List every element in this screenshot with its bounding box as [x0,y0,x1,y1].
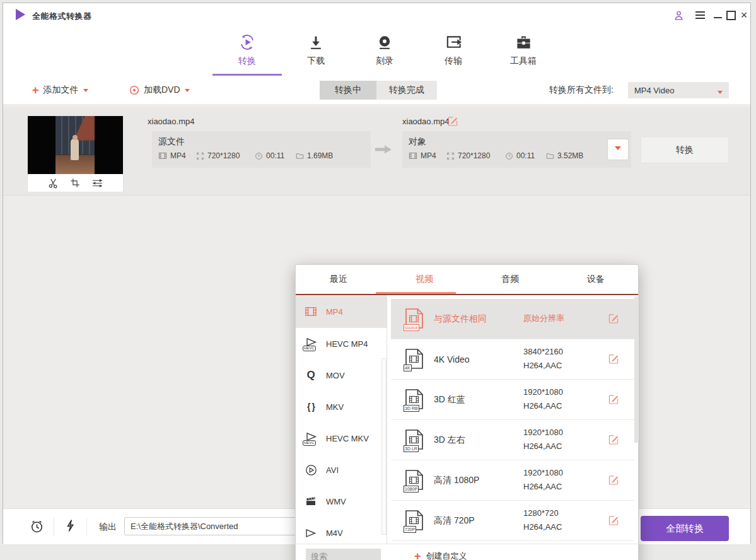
preset-row-3d-rb[interactable]: 3D RB 3D 红蓝 1920*1080 H264,AAC [391,380,634,420]
search-input[interactable] [306,549,381,560]
trim-scissors-icon[interactable] [48,178,59,189]
preset-row-4k[interactable]: 4K 4K Video 3840*2160 H264,AAC [391,339,634,380]
preset-row-3d-lr[interactable]: 3D LR 3D 左右 1920*1080 H264,AAC [391,420,634,460]
popup-footer: + 创建自定义 [296,544,638,560]
folder-icon [546,152,554,160]
hevc-play-icon: HEVC [304,337,318,350]
add-file-button[interactable]: + 添加文件 [32,84,88,96]
resolution-icon [196,152,204,160]
format-item-wmv[interactable]: WMV [296,486,387,517]
tab-finished[interactable]: 转换完成 [376,81,437,100]
tab-burn-label: 刻录 [376,55,393,67]
crop-icon[interactable] [70,178,80,188]
finished-label: 转换完成 [389,85,424,96]
tab-convert[interactable]: 转换 [221,33,274,70]
schedule-alarm-icon[interactable] [30,519,44,534]
effects-sliders-icon[interactable] [91,178,103,188]
film-icon [409,151,417,160]
rename-edit-icon[interactable] [448,115,458,126]
format-picker-button[interactable] [607,139,629,160]
close-button[interactable]: × [737,9,751,21]
convert-button[interactable]: 转换 [641,137,729,163]
target-format: MP4 [409,151,436,160]
popup-tab-audio[interactable]: 音频 [467,265,553,294]
preset-edit-icon[interactable] [608,515,619,525]
popup-tab-recent[interactable]: 最近 [296,265,381,294]
preset-row-same-as-source[interactable]: source 与源文件相同 原始分辨率 [391,299,634,339]
source-format: MP4 [158,151,186,160]
format-item-hevc-mkv[interactable]: HEVC HEVC MKV [296,423,387,454]
convert-all-to-label: 转换所有文件到: [549,85,614,96]
tab-toolbox-label: 工具箱 [510,55,537,67]
source-resolution: 720*1280 [196,151,240,160]
source-filename: xiaodao.mp4 [148,117,194,126]
format-list: MP4 HEVC HEVC MP4 Q MOV { } MKV HEVC HEV… [296,295,387,544]
target-resolution: 720*1280 [446,151,490,160]
divider [54,518,54,535]
tab-download[interactable]: 下载 [289,33,342,70]
maximize-button[interactable] [724,9,738,21]
format-item-mkv[interactable]: { } MKV [296,391,387,423]
film-icon [158,151,167,160]
target-format-dropdown[interactable]: MP4 Video [628,82,729,98]
tab-toolbox[interactable]: 工具箱 [497,33,550,70]
preset-edit-icon[interactable] [608,434,619,445]
format-item-avi[interactable]: AVI [296,454,387,486]
preset-edit-icon[interactable] [608,474,619,485]
source-info-panel: 源文件 MP4 720*1280 00:11 1.69MB [152,131,371,168]
popup-tab-video[interactable]: 视频 [381,265,467,294]
source-size: 1.69MB [296,151,333,160]
tab-transfer[interactable]: 传输 [427,33,480,70]
create-custom-label: 创建自定义 [426,551,467,560]
converting-label: 转换中 [335,85,361,96]
matroska-icon: { } [304,402,318,412]
create-custom-button[interactable]: + 创建自定义 [414,548,467,560]
convert-icon [238,33,256,51]
download-icon [308,33,324,51]
high-speed-bolt-icon[interactable] [65,519,76,532]
popup-tab-device[interactable]: 设备 [553,265,639,294]
app-window: 全能格式转换器 × 转换 下载 刻录 传输 工具箱 [3,3,751,544]
chevron-down-icon[interactable] [83,89,88,95]
clip-toolbar [28,174,123,192]
format-picker-popup: 最近 视频 音频 设备 MP4 HEVC HEVC MP4 Q MOV [295,264,639,560]
format-item-m4v[interactable]: M4V [296,517,387,544]
video-thumbnail[interactable] [27,115,124,192]
play-circle-icon [304,464,318,476]
chevron-down-icon[interactable] [185,89,190,95]
preset-3d-rb-icon: 3D RB [405,388,424,411]
add-file-label: 添加文件 [44,85,79,96]
preset-row-720p[interactable]: 720P 高清 720P 1280*720 H264,AAC [391,501,634,541]
tab-burn[interactable]: 刻录 [358,33,411,70]
file-row: xiaodao.mp4 源文件 MP4 720*1280 00:11 1.69M… [3,108,750,195]
title-bar: 全能格式转换器 × [3,3,750,27]
file-list-area: xiaodao.mp4 源文件 MP4 720*1280 00:11 1.69M… [3,104,750,508]
preset-edit-icon[interactable] [608,313,619,324]
preset-edit-icon[interactable] [608,353,619,364]
convert-all-button[interactable]: 全部转换 [641,516,729,541]
format-item-mp4[interactable]: MP4 [296,295,387,328]
chevron-down-icon [615,146,621,153]
target-filename: xiaodao.mp4 [402,117,449,126]
source-panel-title: 源文件 [158,136,185,146]
preset-4k-icon: 4K [405,348,424,371]
tab-converting[interactable]: 转换中 [320,81,376,100]
load-dvd-label: 加载DVD [144,85,180,96]
format-list-scrollbar[interactable] [381,358,387,535]
format-item-mov[interactable]: Q MOV [296,359,387,391]
preset-edit-icon[interactable] [608,394,619,404]
format-item-hevc-mp4[interactable]: HEVC HEVC MP4 [296,328,387,359]
preset-row-1080p[interactable]: 1080P 高清 1080P 1920*1080 H264,AAC [391,460,634,501]
popup-active-tab-underline [376,292,456,294]
minimize-button[interactable] [711,9,724,21]
toolbar: + 添加文件 加载DVD 转换中 转换完成 转换所有文件到: MP4 Video [3,76,750,105]
target-duration: 00:11 [505,151,535,160]
account-icon[interactable] [672,9,685,21]
menu-icon[interactable] [693,9,707,21]
preset-list-scrollbar[interactable] [634,296,639,443]
load-dvd-button[interactable]: 加载DVD [129,84,190,96]
plus-icon: + [414,551,421,560]
preset-1080p-icon: 1080P [405,469,424,492]
convert-all-label: 全部转换 [666,523,704,535]
tab-download-label: 下载 [307,55,325,67]
